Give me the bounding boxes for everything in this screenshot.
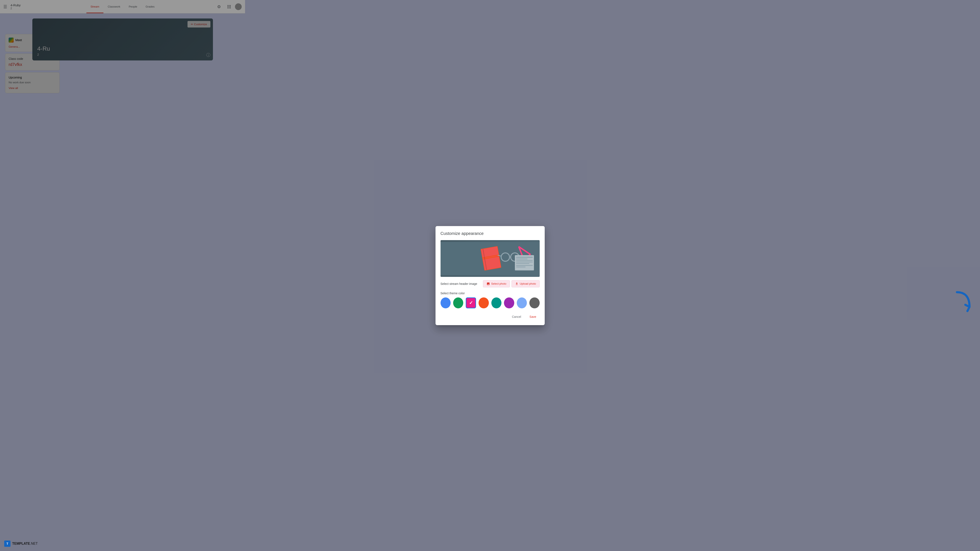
modal-overlay: Customize appearance — [0, 0, 245, 138]
